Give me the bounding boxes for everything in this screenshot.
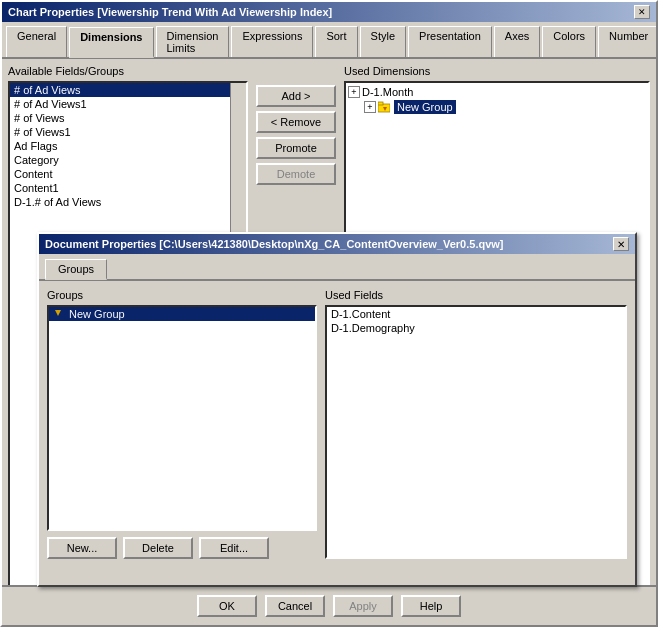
tree-item-label: D-1.Month xyxy=(362,86,413,98)
tree-item-month[interactable]: + D-1.Month xyxy=(348,85,646,99)
down-arrow-icon xyxy=(53,308,63,320)
add-button[interactable]: Add > xyxy=(256,85,336,107)
inner-two-panel: Groups New Group New... xyxy=(47,289,627,559)
tab-dimension-limits[interactable]: Dimension Limits xyxy=(156,26,230,57)
used-dimensions-label: Used Dimensions xyxy=(344,65,650,77)
tab-sort[interactable]: Sort xyxy=(315,26,357,57)
tab-bar: General Dimensions Dimension Limits Expr… xyxy=(2,22,656,59)
inner-dialog: Document Properties [C:\Users\421380\Des… xyxy=(37,232,637,587)
delete-group-button[interactable]: Delete xyxy=(123,537,193,559)
ok-button[interactable]: OK xyxy=(197,595,257,617)
groups-listbox[interactable]: New Group xyxy=(47,305,317,531)
close-button[interactable]: ✕ xyxy=(634,5,650,19)
list-item[interactable]: D-1.Content xyxy=(327,307,625,321)
tab-colors[interactable]: Colors xyxy=(542,26,596,57)
title-bar-buttons: ✕ xyxy=(634,5,650,19)
group-icon xyxy=(378,101,390,113)
tab-style[interactable]: Style xyxy=(360,26,406,57)
tab-number[interactable]: Number xyxy=(598,26,658,57)
tab-general[interactable]: General xyxy=(6,26,67,57)
list-item[interactable]: New Group xyxy=(49,307,315,321)
groups-label: Groups xyxy=(47,289,317,301)
tab-groups[interactable]: Groups xyxy=(45,259,107,280)
list-item[interactable]: # of Ad Views1 xyxy=(10,97,246,111)
tab-axes[interactable]: Axes xyxy=(494,26,540,57)
groups-action-buttons: New... Delete Edit... xyxy=(47,537,317,559)
used-fields-panel: Used Fields D-1.Content D-1.Demography xyxy=(325,289,627,559)
svg-marker-3 xyxy=(55,310,61,316)
inner-title-bar: Document Properties [C:\Users\421380\Des… xyxy=(39,234,635,254)
apply-button[interactable]: Apply xyxy=(333,595,393,617)
list-item[interactable]: # of Ad Views xyxy=(10,83,246,97)
tree-item-newgroup[interactable]: + New Group xyxy=(364,99,646,115)
list-item[interactable]: Category xyxy=(10,153,246,167)
inner-content: Groups New Group New... xyxy=(39,281,635,567)
dialog-bottom: OK Cancel Apply Help xyxy=(2,585,656,625)
list-item[interactable]: Content xyxy=(10,167,246,181)
group-item-label: New Group xyxy=(69,308,125,320)
window-title: Chart Properties [Viewership Trend With … xyxy=(8,6,332,18)
used-fields-listbox[interactable]: D-1.Content D-1.Demography xyxy=(325,305,627,559)
list-item[interactable]: D-1.Demography xyxy=(327,321,625,335)
demote-button[interactable]: Demote xyxy=(256,163,336,185)
list-item[interactable]: # of Views1 xyxy=(10,125,246,139)
tab-expressions[interactable]: Expressions xyxy=(231,26,313,57)
outer-window: Chart Properties [Viewership Trend With … xyxy=(0,0,658,627)
inner-window-title: Document Properties [C:\Users\421380\Des… xyxy=(45,238,504,250)
available-fields-label: Available Fields/Groups xyxy=(8,65,248,77)
tree-item-label: New Group xyxy=(394,100,456,114)
svg-rect-1 xyxy=(378,102,383,105)
inner-tab-bar: Groups xyxy=(39,254,635,281)
help-button[interactable]: Help xyxy=(401,595,461,617)
edit-group-button[interactable]: Edit... xyxy=(199,537,269,559)
inner-close-button[interactable]: ✕ xyxy=(613,237,629,251)
tree-expander[interactable]: + xyxy=(348,86,360,98)
promote-button[interactable]: Promote xyxy=(256,137,336,159)
cancel-button[interactable]: Cancel xyxy=(265,595,325,617)
list-item[interactable]: Content1 xyxy=(10,181,246,195)
tree-expander[interactable]: + xyxy=(364,101,376,113)
list-item[interactable]: Ad Flags xyxy=(10,139,246,153)
tab-dimensions[interactable]: Dimensions xyxy=(69,27,153,58)
tab-presentation[interactable]: Presentation xyxy=(408,26,492,57)
groups-panel: Groups New Group New... xyxy=(47,289,317,559)
title-bar: Chart Properties [Viewership Trend With … xyxy=(2,2,656,22)
remove-button[interactable]: < Remove xyxy=(256,111,336,133)
list-item[interactable]: # of Views xyxy=(10,111,246,125)
used-fields-label: Used Fields xyxy=(325,289,627,301)
new-group-button[interactable]: New... xyxy=(47,537,117,559)
list-item[interactable]: D-1.# of Ad Views xyxy=(10,195,246,209)
